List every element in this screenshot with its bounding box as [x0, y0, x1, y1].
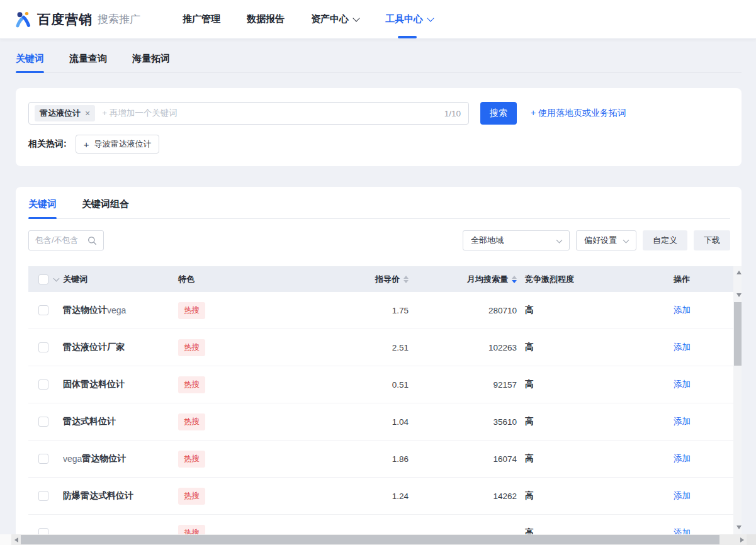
results-tab-关键词组合[interactable]: 关键词组合 — [82, 198, 129, 218]
search-placeholder: 包含/不包含 — [35, 235, 87, 246]
hot-search-badge: 热搜 — [178, 339, 205, 356]
related-terms-label: 相关热词: — [28, 138, 67, 150]
topnav-item-工具中心[interactable]: 工具中心 — [372, 0, 446, 38]
related-term-label: 导波雷达液位计 — [94, 138, 151, 150]
keyword-text: 雷达物位计 — [63, 305, 107, 316]
actions-cell: 添加 — [664, 305, 733, 316]
keyword-text: 固体雷达料位计 — [63, 379, 125, 390]
download-button[interactable]: 下载 — [694, 230, 730, 250]
add-keyword-link[interactable]: 添加 — [674, 416, 691, 427]
column-monthly-volume-label: 月均搜索量 — [467, 274, 508, 285]
column-feature: 特色 — [178, 274, 273, 285]
sort-carets-icon[interactable] — [512, 276, 517, 283]
select-menu-caret-icon[interactable] — [54, 275, 60, 281]
scroll-down-icon[interactable] — [733, 290, 742, 300]
select-all-checkbox[interactable] — [38, 274, 48, 284]
include-exclude-search-input[interactable]: 包含/不包含 — [28, 230, 104, 250]
competition-cell: 高 — [518, 490, 664, 502]
add-keyword-link[interactable]: 添加 — [674, 342, 691, 353]
row-select-cell — [28, 305, 63, 315]
topnav-item-label: 工具中心 — [385, 13, 423, 25]
row-checkbox[interactable] — [38, 305, 48, 315]
guide-price-value: 1.24 — [392, 492, 409, 501]
page-tab-海量拓词[interactable]: 海量拓词 — [132, 53, 170, 72]
chip-remove-icon[interactable]: × — [85, 109, 90, 118]
topnav-item-label: 资产中心 — [311, 13, 349, 25]
add-keyword-link[interactable]: 添加 — [674, 453, 691, 464]
plus-icon: + — [84, 140, 89, 149]
keyword-cell: vega雷达物位计 — [63, 453, 178, 464]
horizontal-scroll-thumb[interactable] — [21, 535, 719, 544]
competition-value: 高 — [525, 490, 534, 502]
customize-button[interactable]: 自定义 — [643, 230, 687, 250]
column-monthly-volume[interactable]: 月均搜索量 — [411, 274, 518, 285]
keyword-chip: 雷达液位计 × — [35, 105, 95, 121]
monthly-volume-cell: 14262 — [411, 492, 518, 501]
competition-cell: 高 — [518, 453, 664, 464]
region-select[interactable]: 全部地域 — [463, 230, 570, 250]
search-button[interactable]: 搜索 — [480, 102, 517, 125]
vertical-scrollbar[interactable] — [733, 266, 742, 545]
keyword-cell: 雷达物位计vega — [63, 305, 178, 316]
table-row: 雷达式料位计热搜1.0435610高添加 — [28, 403, 733, 441]
page-tab-流量查询[interactable]: 流量查询 — [69, 53, 107, 72]
scroll-left-icon[interactable] — [11, 534, 21, 545]
add-keyword-link[interactable]: 添加 — [674, 490, 691, 502]
topnav-item-推广管理[interactable]: 推广管理 — [169, 0, 234, 38]
keyword-input[interactable]: 雷达液位计 × + 再增加一个关键词 1/10 — [28, 102, 469, 125]
results-tabs: 关键词关键词组合 — [28, 198, 730, 219]
horizontal-scrollbar[interactable] — [11, 534, 747, 545]
related-term-button[interactable]: + 导波雷达液位计 — [76, 135, 160, 154]
keyword-cell: 防爆雷达式料位计 — [63, 490, 178, 502]
keyword-search-card: 雷达液位计 × + 再增加一个关键词 1/10 搜索 + 使用落地页或业务拓词 … — [16, 88, 742, 166]
row-checkbox[interactable] — [38, 379, 48, 390]
hot-search-badge: 热搜 — [178, 488, 205, 505]
feature-cell: 热搜 — [178, 488, 273, 505]
scroll-down-icon[interactable] — [733, 522, 742, 532]
competition-cell: 高 — [518, 416, 664, 427]
chevron-down-icon — [427, 14, 434, 21]
hot-search-badge: 热搜 — [178, 302, 205, 319]
results-tab-关键词[interactable]: 关键词 — [28, 198, 57, 218]
scroll-up-icon[interactable] — [733, 267, 742, 278]
feature-cell: 热搜 — [178, 339, 273, 356]
keyword-cell: 固体雷达料位计 — [63, 379, 178, 390]
guide-price-cell: 2.51 — [273, 343, 411, 352]
keyword-chip-label: 雷达液位计 — [40, 108, 81, 119]
hot-search-badge: 热搜 — [178, 451, 205, 468]
baidu-marketing-logo-icon — [14, 11, 33, 28]
preference-select-value: 偏好设置 — [584, 235, 617, 246]
topnav-item-数据报告[interactable]: 数据报告 — [234, 0, 298, 38]
column-keyword: 关键词 — [63, 274, 178, 285]
row-checkbox[interactable] — [38, 491, 48, 501]
preference-select[interactable]: 偏好设置 — [576, 230, 636, 250]
row-select-cell — [28, 454, 63, 464]
brand: 百度营销 搜索推广 — [14, 11, 140, 28]
top-navigation: 推广管理数据报告资产中心工具中心 — [169, 0, 446, 38]
actions-cell: 添加 — [664, 416, 733, 427]
vertical-scroll-thumb[interactable] — [734, 302, 742, 366]
topnav-item-label: 推广管理 — [183, 13, 220, 25]
row-checkbox[interactable] — [38, 454, 48, 464]
add-keyword-link[interactable]: 添加 — [674, 305, 691, 316]
monthly-volume-cell: 16074 — [411, 454, 518, 464]
column-guide-price[interactable]: 指导价 — [273, 274, 411, 285]
row-checkbox[interactable] — [38, 342, 48, 352]
keyword-table: 关键词 特色 指导价 月均搜索量 竞争激烈程度 操作 雷达物位计vega热搜1.… — [28, 266, 742, 545]
scroll-right-icon[interactable] — [737, 534, 747, 545]
monthly-volume-value: 16074 — [493, 454, 517, 464]
topnav-item-资产中心[interactable]: 资产中心 — [298, 0, 372, 38]
scrollbar-corner — [747, 534, 756, 545]
keyword-text: 雷达液位计厂家 — [63, 342, 125, 353]
sort-carets-icon[interactable] — [403, 276, 409, 283]
add-keyword-link[interactable]: 添加 — [674, 379, 691, 390]
competition-value: 高 — [525, 342, 534, 353]
feature-cell: 热搜 — [178, 302, 273, 319]
page-tab-关键词[interactable]: 关键词 — [16, 53, 44, 72]
landing-page-expand-link[interactable]: + 使用落地页或业务拓词 — [531, 108, 626, 119]
row-select-cell — [28, 342, 63, 352]
competition-cell: 高 — [518, 379, 664, 390]
brand-title: 百度营销 — [37, 11, 93, 28]
column-competition: 竞争激烈程度 — [518, 274, 664, 285]
row-checkbox[interactable] — [38, 417, 48, 427]
